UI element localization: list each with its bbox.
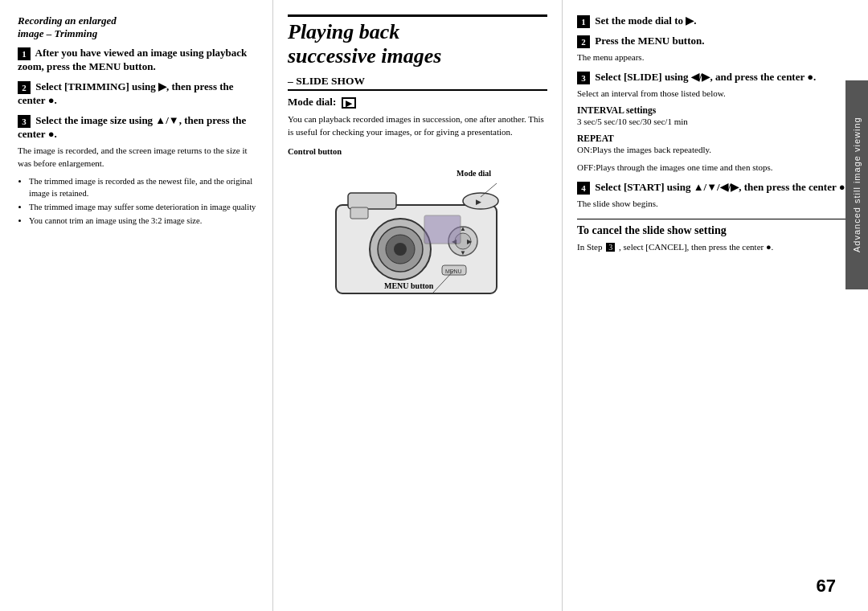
- svg-text:MENU: MENU: [445, 269, 462, 274]
- svg-rect-6: [350, 207, 368, 219]
- right-step2-body: The menu appears.: [577, 51, 857, 64]
- repeat-off: OFF:Plays through the images one time an…: [577, 162, 857, 174]
- step-num-3: 3: [18, 115, 31, 128]
- right-step1: 1 Set the mode dial to ▶.: [577, 14, 857, 28]
- svg-rect-1: [348, 193, 396, 209]
- left-step3-body: The image is recorded, and the screen im…: [18, 145, 258, 170]
- page-number: 67: [817, 576, 836, 597]
- camera-svg: ▶ ▲ ▼ ◀ ▶ MENU MENU but: [288, 161, 513, 301]
- left-step1: 1 After you have viewed an image using p…: [18, 47, 258, 74]
- svg-text:▼: ▼: [460, 249, 466, 256]
- interval-heading: INTERVAL settings: [577, 105, 857, 115]
- repeat-heading: REPEAT: [577, 133, 857, 143]
- interval-values: 3 sec/5 sec/10 sec/30 sec/1 min: [577, 116, 857, 129]
- right-step-num-4: 4: [577, 182, 590, 195]
- right-step2: 2 Press the MENU button. The menu appear…: [577, 35, 857, 64]
- right-step3: 3 Select [SLIDE] using ◀/▶, and press th…: [577, 71, 857, 174]
- right-column: 1 Set the mode dial to ▶. 2 Press the ME…: [563, 0, 868, 611]
- left-column: Recording an enlarged image – Trimming 1…: [0, 0, 273, 611]
- right-step-num-3: 3: [577, 72, 590, 84]
- cancel-heading: To cancel the slide show setting: [577, 219, 857, 237]
- cancel-text: In Step 3 , select [CANCEL], then press …: [577, 241, 857, 254]
- mode-icon: ▶: [342, 97, 356, 109]
- right-step-num-2: 2: [577, 35, 590, 48]
- main-title: Playing back successive images: [288, 14, 547, 68]
- slide-show-label: – SLIDE SHOW: [288, 75, 547, 91]
- bullet-3: You cannot trim an image using the 3:2 i…: [29, 215, 258, 227]
- left-step2: 2 Select [TRIMMING] using ▶, then press …: [18, 80, 258, 108]
- right-step3-body: Select an interval from those listed bel…: [577, 88, 857, 100]
- side-tab: Advanced still image viewing: [845, 80, 868, 289]
- mode-dial-label: Mode dial: ▶: [288, 96, 547, 109]
- svg-rect-17: [424, 215, 461, 244]
- step-num-1: 1: [18, 47, 31, 60]
- cancel-step-num: 3: [606, 243, 615, 252]
- svg-text:▶: ▶: [467, 238, 473, 245]
- section-title: Recording an enlarged image – Trimming: [18, 14, 258, 40]
- svg-text:▶: ▶: [476, 198, 481, 206]
- mode-dial-diagram-label: Mode dial: [457, 169, 491, 178]
- right-step-num-1: 1: [577, 15, 590, 28]
- left-step3: 3 Select the image size using ▲/▼, then …: [18, 114, 258, 228]
- right-step4: 4 Select [START] using ▲/▼/◀/▶, then pre…: [577, 181, 857, 211]
- mid-body-text: You can playback recorded images in succ…: [288, 113, 547, 139]
- bullet-1: The trimmed image is recorded as the new…: [29, 175, 258, 199]
- right-step4-body: The slide show begins.: [577, 198, 857, 211]
- left-bullet-list: The trimmed image is recorded as the new…: [29, 175, 258, 228]
- middle-column: Playing back successive images – SLIDE S…: [273, 0, 563, 611]
- repeat-on: ON:Plays the images back repeatedly.: [577, 144, 857, 157]
- menu-button-diagram-label: MENU button: [384, 281, 433, 290]
- control-button-label: Control button: [288, 147, 342, 156]
- step-num-2: 2: [18, 81, 31, 94]
- svg-point-5: [394, 243, 407, 256]
- bullet-2: The trimmed image may suffer some deteri…: [29, 201, 258, 213]
- camera-diagram: Control button ▶ ▲: [288, 147, 547, 301]
- interval-section: INTERVAL settings 3 sec/5 sec/10 sec/30 …: [577, 105, 857, 174]
